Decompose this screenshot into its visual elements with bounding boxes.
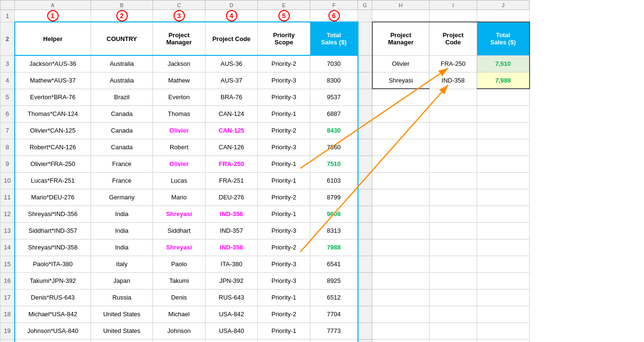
table-row: 19 Johnson*USA-840 United States Johnson… xyxy=(0,322,530,339)
col-header-b: B xyxy=(91,0,153,10)
col-header-d: D xyxy=(205,0,258,10)
cell-g17 xyxy=(358,289,372,306)
cell-a8: Robert*CAN-126 xyxy=(15,139,91,155)
circle-3: 3 xyxy=(174,10,185,21)
cell-g11 xyxy=(358,189,372,206)
spreadsheet-page: A B C D E F G H I J 1 1 2 3 4 5 6 2 xyxy=(0,0,644,342)
row-num-4: 4 xyxy=(0,72,15,89)
circle-4: 4 xyxy=(226,10,237,21)
cell-a15: Paolo*ITA-380 xyxy=(15,256,91,272)
cell-i7 xyxy=(429,122,477,139)
cell-f6: 6887 xyxy=(310,105,358,122)
table-row: 18 Michael*USA-842 United States Michael… xyxy=(0,306,530,322)
col-header-i: I xyxy=(429,0,477,10)
cell-c7: Olivier xyxy=(153,122,205,139)
cell-h10 xyxy=(372,172,429,189)
cell-c19: Johnson xyxy=(153,322,205,339)
cell-b3: Australia xyxy=(91,55,153,72)
cell-d20: USA-841 xyxy=(205,339,258,342)
cell-g7 xyxy=(358,122,372,139)
cell-a18: Michael*USA-842 xyxy=(15,306,91,322)
cell-a10: Lucas*FRA-251 xyxy=(15,172,91,189)
cell-a9: Olivier*FRA-250 xyxy=(15,155,91,172)
cell-g15 xyxy=(358,256,372,272)
cell-j17 xyxy=(477,289,530,306)
cell-a1: 1 xyxy=(15,10,91,22)
cell-i1 xyxy=(429,10,477,22)
cell-d7: CAN-125 xyxy=(205,122,258,139)
lookup-cell-j4: 7,988 xyxy=(477,72,530,89)
row-num-20: 20 xyxy=(0,339,15,342)
cell-c14: Shreyasi xyxy=(153,239,205,256)
cell-c1: 3 xyxy=(153,10,205,22)
cell-h16 xyxy=(372,272,429,289)
cell-h12 xyxy=(372,206,429,222)
lookup-cell-j3: 7,510 xyxy=(477,55,530,72)
cell-i19 xyxy=(429,322,477,339)
cell-c10: Lucas xyxy=(153,172,205,189)
cell-j10 xyxy=(477,172,530,189)
cell-e5: Priority-3 xyxy=(258,89,310,105)
cell-b7: Canada xyxy=(91,122,153,139)
cell-f15: 6541 xyxy=(310,256,358,272)
cell-c6: Thomas xyxy=(153,105,205,122)
cell-e17: Priority-1 xyxy=(258,289,310,306)
table-row: 15 Paolo*ITA-380 Italy Paolo ITA-380 Pri… xyxy=(0,256,530,272)
cell-d9: FRA-250 xyxy=(205,155,258,172)
cell-c16: Takumi xyxy=(153,272,205,289)
cell-c13: Siddhart xyxy=(153,222,205,239)
row-1: 1 1 2 3 4 5 6 xyxy=(0,10,530,22)
cell-h20 xyxy=(372,339,429,342)
cell-g14 xyxy=(358,239,372,256)
cell-d3: AUS-36 xyxy=(205,55,258,72)
col-header-j: J xyxy=(477,0,530,10)
cell-e14: Priority-2 xyxy=(258,239,310,256)
cell-a6: Thomas*CAN-124 xyxy=(15,105,91,122)
cell-h8 xyxy=(372,139,429,155)
table-row: 9 Olivier*FRA-250 France Olivier FRA-250… xyxy=(0,155,530,172)
row-num-14: 14 xyxy=(0,239,15,256)
cell-e7: Priority-2 xyxy=(258,122,310,139)
row-num-9: 9 xyxy=(0,155,15,172)
table-row: 10 Lucas*FRA-251 France Lucas FRA-251 Pr… xyxy=(0,172,530,189)
cell-b15: Italy xyxy=(91,256,153,272)
cell-f18: 7704 xyxy=(310,306,358,322)
cell-h1 xyxy=(372,10,429,22)
cell-d10: FRA-251 xyxy=(205,172,258,189)
cell-a19: Johnson*USA-840 xyxy=(15,322,91,339)
cell-j12 xyxy=(477,206,530,222)
cell-d15: ITA-380 xyxy=(205,256,258,272)
cell-g3 xyxy=(358,55,372,72)
table-row: 8 Robert*CAN-126 Canada Robert CAN-126 P… xyxy=(0,139,530,155)
column-letter-row: A B C D E F G H I J xyxy=(0,0,530,10)
cell-f8: 7860 xyxy=(310,139,358,155)
cell-f12: 9608 xyxy=(310,206,358,222)
cell-a7: Olivier*CAN-125 xyxy=(15,122,91,139)
cell-a12: Shreyasi*IND-356 xyxy=(15,206,91,222)
cell-f11: 8799 xyxy=(310,189,358,206)
cell-c17: Denis xyxy=(153,289,205,306)
col-header-e: E xyxy=(258,0,310,10)
cell-e18: Priority-2 xyxy=(258,306,310,322)
table-row: 16 Takumi*JPN-392 Japan Takumi JPN-392 P… xyxy=(0,272,530,289)
cell-b20: United States xyxy=(91,339,153,342)
row-num-13: 13 xyxy=(0,222,15,239)
col-header-f: F xyxy=(310,0,358,10)
row-num-15: 15 xyxy=(0,256,15,272)
cell-b13: India xyxy=(91,222,153,239)
cell-a16: Takumi*JPN-392 xyxy=(15,272,91,289)
cell-i12 xyxy=(429,206,477,222)
cell-g9 xyxy=(358,155,372,172)
row-num-3: 3 xyxy=(0,55,15,72)
circle-5: 5 xyxy=(278,10,290,21)
cell-b12: India xyxy=(91,206,153,222)
cell-e1: 5 xyxy=(258,10,310,22)
cell-b9: France xyxy=(91,155,153,172)
cell-b14: India xyxy=(91,239,153,256)
cell-g19 xyxy=(358,322,372,339)
cell-j13 xyxy=(477,222,530,239)
row-num-16: 16 xyxy=(0,272,15,289)
cell-i5 xyxy=(429,89,477,105)
cell-a4: Mathew*AUS-37 xyxy=(15,72,91,89)
col-header-c: C xyxy=(153,0,205,10)
